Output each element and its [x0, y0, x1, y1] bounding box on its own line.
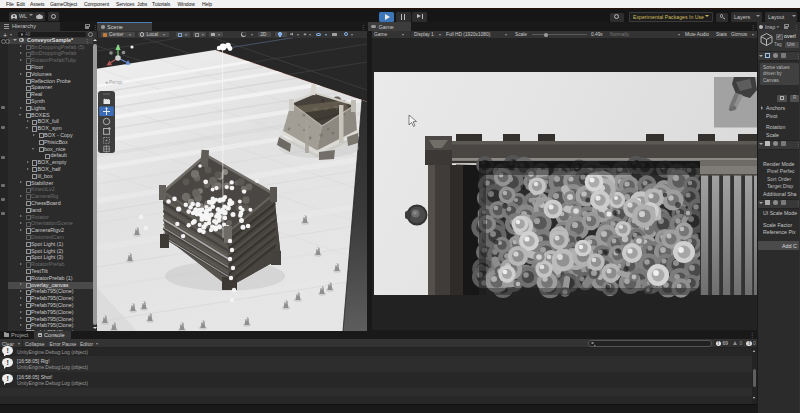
svg-text:◂ Persp: ◂ Persp [105, 79, 122, 85]
svg-text:Y: Y [117, 44, 120, 49]
